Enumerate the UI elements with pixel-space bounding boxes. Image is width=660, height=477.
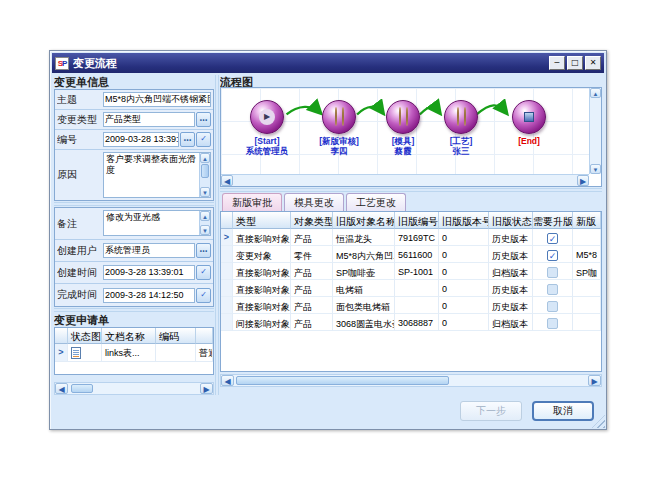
table-row[interactable]: 变更对象 零件 M5*8内六角凹... 5611600 0 历史版本 ✓ M5*… — [221, 246, 601, 263]
creator-browse-button[interactable]: … — [196, 243, 211, 258]
row-selector — [221, 314, 233, 331]
scroll-thumb[interactable] — [201, 164, 209, 178]
type-column[interactable]: 类型 — [233, 212, 291, 229]
object-type-column[interactable]: 对象类型 — [291, 212, 333, 229]
flow-node-review[interactable]: [新版审核]李四 — [309, 100, 369, 156]
needs-upgrade-checkbox[interactable] — [547, 267, 558, 278]
row-selector — [221, 280, 233, 297]
upgrade-column[interactable]: 需要升版 — [533, 212, 573, 229]
creator-input[interactable]: 系统管理员 — [103, 243, 195, 258]
flow-node-mold[interactable]: [模具]蔡霞 — [373, 100, 433, 156]
finish-time-row: 完成时间 2009-3-28 14:12:50 ✓ — [55, 284, 213, 306]
flow-node-start[interactable]: ▶ [Start]系统管理员 — [237, 100, 297, 156]
flow-vscrollbar[interactable]: ▲ ▼ — [589, 88, 601, 174]
tab-craft-change[interactable]: 工艺更改 — [346, 193, 406, 211]
scroll-right-icon[interactable]: ▶ — [577, 175, 589, 186]
create-time-input[interactable]: 2009-3-28 13:39:01 — [103, 265, 195, 280]
table-row[interactable]: 直接影响对象 产品 面包类电烤箱 0 历史版本 — [221, 297, 601, 314]
end-orb-icon — [512, 100, 546, 134]
row-selector — [221, 263, 233, 280]
scroll-left-icon[interactable]: ◀ — [221, 375, 234, 386]
tab-mold-change[interactable]: 模具更改 — [284, 193, 344, 211]
scroll-up-icon[interactable]: ▲ — [200, 211, 210, 221]
start-orb-icon: ▶ — [250, 100, 284, 134]
scroll-up-icon[interactable]: ▲ — [590, 88, 601, 98]
scroll-thumb[interactable] — [71, 384, 93, 393]
node-label: [End] — [518, 136, 540, 146]
code-column[interactable]: 编码 — [156, 328, 196, 344]
flow-node-end[interactable]: [End] — [499, 100, 559, 146]
scroll-right-icon[interactable]: ▶ — [588, 375, 601, 386]
needs-upgrade-checkbox[interactable]: ✓ — [547, 250, 558, 261]
scroll-thumb[interactable] — [236, 376, 449, 385]
doc-name-column[interactable]: 文档名称 — [102, 328, 156, 344]
number-input[interactable]: 2009-03-28 13:39:01 — [103, 132, 179, 147]
create-time-check-button[interactable]: ✓ — [196, 265, 211, 280]
finish-time-check-button[interactable]: ✓ — [196, 288, 211, 303]
old-number-column[interactable]: 旧版编号 — [395, 212, 439, 229]
flow-hscrollbar[interactable]: ◀ ▶ — [221, 174, 589, 186]
new-version-column[interactable]: 新版 — [573, 212, 601, 229]
change-type-input[interactable]: 产品类型 — [103, 112, 195, 127]
needs-upgrade-checkbox[interactable]: ✓ — [547, 233, 558, 244]
flow-node-craft[interactable]: [工艺]张三 — [431, 100, 491, 156]
impact-table-header: 类型 对象类型 旧版对象名称 旧版编号 旧版版本号 旧版状态 需要升版 新版 — [221, 212, 601, 229]
old-status-column[interactable]: 旧版状态 — [489, 212, 533, 229]
needs-upgrade-checkbox[interactable] — [547, 284, 558, 295]
needs-upgrade-checkbox[interactable] — [547, 318, 558, 329]
old-name-column[interactable]: 旧版对象名称 — [333, 212, 395, 229]
minimize-button[interactable]: ─ — [549, 56, 565, 70]
node-label: [工艺] — [450, 136, 473, 146]
request-table: 状态图 文档名称 编码 > links表... 普通 — [54, 327, 214, 375]
node-assignee: 张三 — [453, 146, 470, 156]
flow-group-title: 流程图 — [220, 75, 602, 87]
next-button[interactable]: 下一步 — [460, 401, 522, 421]
scroll-left-icon[interactable]: ◀ — [55, 383, 68, 394]
scroll-down-icon[interactable]: ▼ — [590, 164, 601, 174]
reason-label: 原因 — [57, 168, 103, 182]
scroll-down-icon[interactable]: ▼ — [200, 225, 210, 235]
request-hscrollbar[interactable]: ◀ ▶ — [54, 382, 214, 395]
scroll-right-icon[interactable]: ▶ — [200, 383, 213, 394]
node-label: [模具] — [392, 136, 415, 146]
node-assignee: 系统管理员 — [246, 146, 289, 156]
status-icon-column[interactable]: 状态图 — [68, 328, 102, 344]
reason-scrollbar[interactable]: ▲ ▼ — [199, 153, 210, 197]
number-check-button[interactable]: ✓ — [196, 132, 211, 147]
app-icon: SP — [55, 57, 69, 70]
cancel-button[interactable]: 取消 — [532, 401, 594, 421]
table-row[interactable]: > 直接影响对象 产品 恒温龙头 79169TC 0 历史版本 ✓ — [221, 229, 601, 246]
request-table-header: 状态图 文档名称 编码 — [55, 328, 213, 344]
scroll-left-icon[interactable]: ◀ — [221, 175, 233, 186]
table-row[interactable]: 直接影响对象 产品 电烤箱 0 历史版本 — [221, 280, 601, 297]
reason-textarea[interactable]: 客户要求调整表面光滑度 ▲ ▼ — [103, 152, 211, 198]
impact-table-hscrollbar[interactable]: ◀ ▶ — [220, 374, 602, 387]
remark-label: 备注 — [57, 217, 103, 231]
table-row[interactable]: 直接影响对象 产品 SP咖啡壶 SP-1001 0 归档版本 SP咖 — [221, 263, 601, 280]
change-type-browse-button[interactable]: … — [196, 112, 211, 127]
subject-input[interactable]: M5*8内六角凹端不锈钢紧固螺钉 — [103, 92, 211, 107]
scroll-down-icon[interactable]: ▼ — [200, 187, 210, 197]
old-version-column[interactable]: 旧版版本号 — [439, 212, 489, 229]
remark-scrollbar[interactable]: ▲ ▼ — [199, 211, 210, 235]
change-type-row: 变更类型 产品类型 … — [55, 110, 213, 130]
play-icon: ▶ — [259, 109, 275, 125]
change-info-form: 主题 M5*8内六角凹端不锈钢紧固螺钉 变更类型 产品类型 … 编号 2009-… — [54, 89, 214, 201]
close-button[interactable]: ✕ — [585, 56, 601, 70]
number-browse-button[interactable]: … — [180, 132, 195, 147]
finish-time-input[interactable]: 2009-3-28 14:12:50 — [103, 288, 195, 303]
title-bar[interactable]: SP 变更流程 ─ □ ✕ — [52, 53, 604, 73]
remark-textarea[interactable]: 修改为亚光感 ▲ ▼ — [103, 210, 211, 236]
tab-bar: 新版审批 模具更改 工艺更改 — [220, 193, 602, 211]
tab-new-version-review[interactable]: 新版审批 — [222, 193, 282, 211]
maximize-button[interactable]: □ — [567, 56, 583, 70]
request-table-row[interactable]: > links表... 普通 — [55, 344, 213, 362]
scroll-up-icon[interactable]: ▲ — [200, 153, 210, 163]
table-row[interactable]: 间接影响对象 产品 3068圆盖电水壶 3068887 0 归档版本 — [221, 314, 601, 331]
stop-icon — [524, 112, 534, 122]
flow-diagram-canvas[interactable]: ▶ [Start]系统管理员 [新版审核]李四 [模具]蔡霞 [工艺]张三 — [220, 87, 602, 187]
create-time-label: 创建时间 — [57, 266, 103, 280]
row-selector — [221, 246, 233, 263]
needs-upgrade-checkbox[interactable] — [547, 301, 558, 312]
node-label: [新版审核] — [319, 136, 359, 146]
